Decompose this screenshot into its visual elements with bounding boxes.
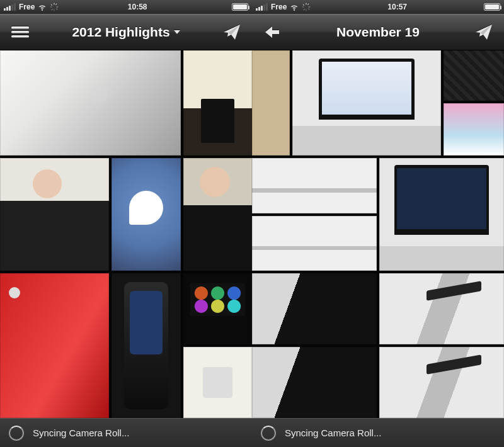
svg-rect-5 <box>56 8 58 10</box>
svg-rect-16 <box>308 8 310 10</box>
svg-rect-6 <box>55 3 57 5</box>
photo-thumbnail[interactable] <box>379 273 504 344</box>
photo-grid[interactable] <box>252 50 504 418</box>
paper-plane-icon <box>222 23 241 42</box>
photo-thumbnail[interactable] <box>183 158 252 271</box>
menu-button[interactable] <box>8 20 32 44</box>
status-bar: Free 10:58 <box>0 0 252 14</box>
photo-thumbnail[interactable] <box>252 158 377 213</box>
svg-rect-2 <box>50 6 52 7</box>
wifi-icon <box>38 3 47 11</box>
svg-rect-4 <box>51 4 53 6</box>
carrier-label: Free <box>19 3 35 11</box>
svg-rect-7 <box>52 9 54 11</box>
svg-rect-17 <box>307 3 309 5</box>
phone-right: Free 10:57 November 19 <box>252 0 504 447</box>
nav-title: November 19 <box>287 25 469 40</box>
photo-thumbnail[interactable] <box>444 50 504 101</box>
sync-spinner-icon <box>261 426 276 441</box>
back-button[interactable] <box>260 20 284 44</box>
svg-rect-14 <box>309 6 311 7</box>
photo-thumbnail[interactable] <box>0 273 109 418</box>
signal-icon <box>256 3 268 11</box>
photo-thumbnail[interactable] <box>183 347 252 418</box>
sync-status-bar: Syncing Camera Roll... <box>252 418 504 447</box>
wifi-icon <box>290 3 299 11</box>
photo-thumbnail[interactable] <box>292 50 441 156</box>
photo-thumbnail[interactable] <box>379 347 504 418</box>
carrier-label: Free <box>271 3 287 11</box>
activity-spinner-icon <box>50 3 59 11</box>
svg-rect-10 <box>11 35 29 38</box>
phone-left: Free 10:58 2012 Highlights <box>0 0 252 447</box>
status-bar: Free 10:57 <box>252 0 504 14</box>
status-time: 10:58 <box>128 3 147 11</box>
svg-rect-18 <box>304 9 306 11</box>
share-button[interactable] <box>472 20 496 44</box>
photo-thumbnail[interactable] <box>183 273 252 344</box>
svg-rect-0 <box>54 3 55 5</box>
photo-thumbnail[interactable] <box>0 158 109 271</box>
sync-status-bar: Syncing Camera Roll... <box>0 418 252 447</box>
sync-spinner-icon <box>9 426 24 441</box>
photo-thumbnail[interactable] <box>112 158 181 271</box>
photo-thumbnail[interactable] <box>252 273 377 344</box>
svg-rect-15 <box>303 4 305 6</box>
nav-title-label: November 19 <box>336 25 420 40</box>
signal-icon <box>4 3 16 11</box>
svg-rect-12 <box>306 9 307 11</box>
back-arrow-icon <box>263 25 281 40</box>
photo-thumbnail[interactable] <box>112 273 181 418</box>
paper-plane-icon <box>474 23 493 42</box>
photo-thumbnail[interactable] <box>252 216 377 271</box>
photo-grid[interactable] <box>0 50 252 418</box>
nav-bar: 2012 Highlights <box>0 14 252 50</box>
photo-thumbnail[interactable] <box>0 50 181 156</box>
photo-thumbnail[interactable] <box>444 103 504 156</box>
nav-bar: November 19 <box>252 14 504 50</box>
svg-rect-1 <box>54 9 55 11</box>
share-button[interactable] <box>220 20 244 44</box>
photo-thumbnail[interactable] <box>252 50 290 156</box>
photo-thumbnail[interactable] <box>183 50 252 156</box>
svg-rect-8 <box>11 26 29 29</box>
svg-rect-9 <box>11 31 29 33</box>
battery-icon <box>232 3 248 11</box>
svg-rect-11 <box>306 3 307 5</box>
nav-title-label: 2012 Highlights <box>72 25 169 40</box>
chevron-down-icon <box>174 30 180 34</box>
sync-status-label: Syncing Camera Roll... <box>33 427 129 438</box>
activity-spinner-icon <box>302 3 311 11</box>
photo-thumbnail[interactable] <box>252 347 377 418</box>
status-time: 10:57 <box>387 3 407 11</box>
svg-rect-13 <box>302 6 304 7</box>
svg-rect-3 <box>57 6 59 7</box>
photo-thumbnail[interactable] <box>379 158 504 271</box>
sync-status-label: Syncing Camera Roll... <box>285 427 381 438</box>
battery-icon <box>484 3 500 11</box>
nav-title-button[interactable]: 2012 Highlights <box>35 25 217 40</box>
hamburger-icon <box>11 25 29 39</box>
